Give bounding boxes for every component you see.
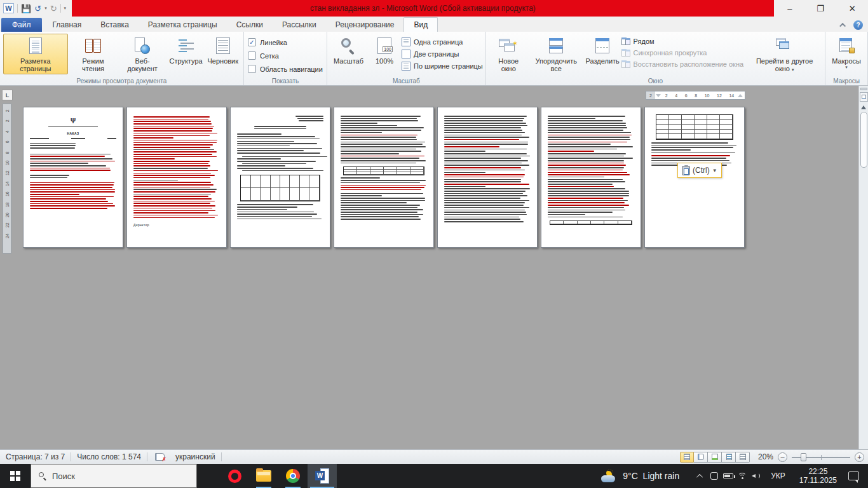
rotation-lock-tray[interactable]: [707, 464, 721, 488]
split-button[interactable]: Разделить: [585, 34, 621, 67]
tray-expand-button[interactable]: [693, 464, 707, 488]
group-label: Макросы: [825, 78, 867, 85]
outline-view-button[interactable]: [722, 452, 736, 463]
minimize-button[interactable]: –: [787, 4, 792, 13]
tab-stop-selector[interactable]: L: [2, 90, 13, 100]
help-icon[interactable]: ?: [853, 20, 863, 30]
print-layout-button[interactable]: Разметка страницы: [3, 34, 68, 74]
tab-page-layout[interactable]: Разметка страницы: [139, 18, 227, 32]
minimize-ribbon-icon[interactable]: [839, 23, 846, 29]
print-layout-view-button[interactable]: [680, 452, 694, 463]
switch-windows-icon: [774, 36, 796, 56]
vertical-scrollbar[interactable]: [858, 86, 868, 449]
weather-temp: 9°C: [623, 471, 638, 481]
navigation-pane-checkbox[interactable]: Область навигации: [248, 65, 323, 73]
undo-dropdown-icon[interactable]: ▾: [44, 6, 47, 11]
customize-qat-icon[interactable]: ▾: [64, 6, 67, 11]
zoom-out-button[interactable]: –: [778, 452, 787, 462]
two-pages-button[interactable]: Две страницы: [402, 50, 483, 58]
web-layout-button[interactable]: Веб-документ: [119, 34, 166, 74]
page-thumbnail-2[interactable]: Директор: [126, 107, 227, 248]
tab-review[interactable]: Рецензирование: [326, 18, 404, 32]
taskbar-file-explorer[interactable]: [249, 464, 278, 488]
draft-button[interactable]: Черновик: [205, 34, 240, 67]
taskbar-search-box[interactable]: Поиск: [31, 464, 197, 488]
taskbar-word[interactable]: W: [308, 464, 337, 488]
right-indent-marker-icon[interactable]: [738, 94, 743, 97]
group-label: Режимы просмотра документа: [0, 78, 243, 85]
zoom-slider-thumb[interactable]: [801, 453, 806, 461]
save-icon[interactable]: 💾: [21, 4, 31, 13]
system-tray: 9°C Light rain УКР 22:25 17.11.2025: [601, 464, 868, 488]
zoom-slider[interactable]: [792, 452, 850, 462]
page-indicator[interactable]: Страница: 7 из 7: [0, 452, 71, 461]
scrollbar-thumb[interactable]: [860, 112, 867, 168]
close-button[interactable]: ✕: [849, 4, 856, 13]
page-thumbnail-3[interactable]: [230, 107, 330, 248]
macros-button[interactable]: Макросы ▾: [829, 34, 864, 72]
arrange-all-button[interactable]: Упорядочить все: [529, 34, 583, 74]
weather-widget[interactable]: 9°C Light rain: [601, 470, 693, 482]
one-page-button[interactable]: Одна страница: [402, 37, 483, 46]
date: 17.11.2025: [799, 476, 837, 485]
maximize-button[interactable]: ❐: [817, 4, 824, 13]
horizontal-ruler[interactable]: 2 2468101214: [646, 91, 745, 100]
full-screen-reading-button[interactable]: Режим чтения: [69, 34, 118, 74]
tab-file[interactable]: Файл: [1, 18, 42, 32]
page-thumbnail-5[interactable]: [437, 107, 538, 248]
action-center-button[interactable]: [848, 471, 859, 480]
tab-home[interactable]: Главная: [43, 18, 92, 32]
view-side-by-side-button[interactable]: Рядом: [621, 37, 744, 46]
zoom-button[interactable]: Масштаб: [330, 34, 367, 67]
split-icon: [592, 36, 613, 56]
ruler-number: 12: [2, 171, 12, 176]
scroll-up-icon[interactable]: [861, 105, 866, 109]
taskbar-opera[interactable]: [220, 464, 249, 488]
vertical-ruler[interactable]: 224681012141618202224: [3, 104, 11, 254]
volume-tray[interactable]: [749, 464, 763, 488]
proofing-errors-icon[interactable]: ✗: [155, 453, 165, 461]
undo-icon[interactable]: ↺: [34, 4, 41, 13]
page-thumbnail-6[interactable]: [541, 107, 641, 248]
page-width-button[interactable]: По ширине страницы: [402, 62, 483, 71]
page-width-icon: [402, 62, 410, 71]
draft-view-button[interactable]: [736, 452, 750, 463]
tab-references[interactable]: Ссылки: [227, 18, 273, 32]
switch-windows-button[interactable]: Перейти в другое окно ▾: [747, 34, 822, 76]
outline-button[interactable]: Структура: [168, 34, 205, 67]
page-thumbnail-1[interactable]: ΨНАКАЗ: [23, 107, 123, 248]
tab-mailings[interactable]: Рассылки: [273, 18, 326, 32]
web-layout-view-button[interactable]: [708, 452, 722, 463]
taskbar-chrome[interactable]: [278, 464, 308, 488]
zoom-in-button[interactable]: +: [855, 452, 864, 462]
opera-icon: [228, 470, 241, 483]
word-app-icon[interactable]: W: [3, 3, 14, 13]
zoom-100-button[interactable]: 100 100%: [368, 34, 401, 67]
page-thumbnail-4[interactable]: [334, 107, 434, 248]
full-screen-reading-view-button[interactable]: [694, 452, 708, 463]
indent-marker-icon[interactable]: [656, 94, 661, 97]
battery-tray[interactable]: [721, 464, 735, 488]
start-button[interactable]: [0, 464, 31, 488]
ruler-number: 8: [695, 93, 697, 98]
language-switcher[interactable]: УКР: [763, 471, 793, 480]
dropdown-caret-icon: ▾: [845, 65, 848, 70]
ribbon-right-controls: ?: [841, 20, 863, 30]
new-window-button[interactable]: ✶ Новое окно: [489, 34, 528, 74]
split-handle[interactable]: [860, 88, 867, 90]
redo-icon[interactable]: ↻: [50, 4, 57, 13]
paste-options-button[interactable]: (Ctrl) ▼: [677, 163, 722, 178]
network-tray[interactable]: [735, 464, 749, 488]
language-indicator[interactable]: украинский: [170, 452, 221, 461]
ruler-checkbox[interactable]: ✓ Линейка: [248, 38, 323, 46]
tab-insert[interactable]: Вставка: [91, 18, 139, 32]
separator: [60, 4, 61, 13]
clock[interactable]: 22:25 17.11.2025: [793, 467, 843, 485]
gridlines-checkbox[interactable]: Сетка: [248, 51, 323, 60]
tab-view[interactable]: Вид: [403, 17, 438, 32]
chrome-icon: [286, 469, 300, 483]
view-ruler-toggle[interactable]: [860, 92, 868, 102]
zoom-level[interactable]: 20%: [754, 452, 773, 461]
ruler-number: 2: [2, 109, 12, 112]
word-count[interactable]: Число слов: 1 574: [71, 452, 147, 461]
